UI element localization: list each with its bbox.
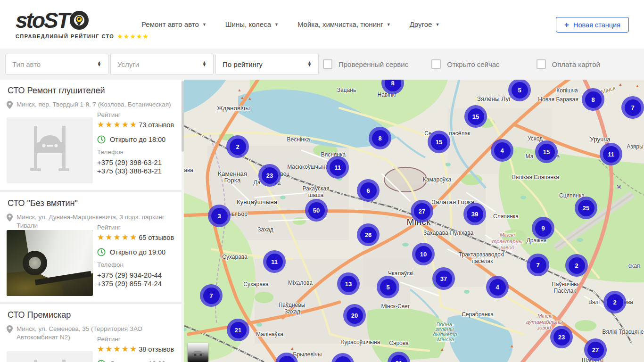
chevron-down-icon: ▼ xyxy=(387,22,391,27)
checkbox-icon[interactable] xyxy=(431,59,441,69)
map-cluster-marker[interactable]: 15 xyxy=(535,140,558,163)
phone-number[interactable]: +375 (29) 855-74-24 xyxy=(97,280,162,288)
map-cluster-marker[interactable]: 21 xyxy=(388,352,410,362)
chevron-down-icon: ▼ xyxy=(435,22,439,27)
car-lift-icon xyxy=(7,351,93,362)
map-cluster-marker[interactable]: 39 xyxy=(463,203,486,225)
map-cluster-marker[interactable]: 7 xyxy=(200,284,223,307)
services-select[interactable]: Услуги ▲▼ xyxy=(110,54,214,74)
map-cluster-marker[interactable]: 8 xyxy=(369,127,391,149)
listing-address: Минск, ул. Дунина-Марцинкевича, 3 подз. … xyxy=(7,213,173,230)
nav-item-tires[interactable]: Шины, колеса▼ xyxy=(225,20,279,28)
map-cluster-marker[interactable] xyxy=(275,353,298,362)
map-cluster-marker[interactable]: 11 xyxy=(600,143,622,165)
map-cluster-marker[interactable]: 21 xyxy=(227,319,249,341)
map-cluster-marker[interactable]: 5 xyxy=(377,276,399,298)
new-station-button[interactable]: + Новая станция xyxy=(556,17,629,33)
map-cluster-marker[interactable]: 6 xyxy=(357,179,380,202)
star-icons: ★★★★★ xyxy=(97,233,138,241)
logo-text-caps: ST xyxy=(44,9,69,31)
panel-scrollbar[interactable] xyxy=(182,80,184,362)
nav-item-other[interactable]: Другое▼ xyxy=(410,20,440,28)
map-cluster-marker[interactable]: 5 xyxy=(508,80,531,101)
map-cluster-marker[interactable]: 27 xyxy=(584,338,607,361)
map-cluster-marker[interactable]: 2 xyxy=(565,254,588,277)
phone-label: Телефон xyxy=(97,148,124,156)
vehicle-type-select[interactable]: Тип авто ▲▼ xyxy=(5,54,108,74)
map-cluster-marker[interactable]: 13 xyxy=(337,272,360,295)
listing-photo-placeholder[interactable] xyxy=(7,351,93,362)
map-cluster-marker[interactable]: 27 xyxy=(411,200,433,222)
map-cluster-marker[interactable]: 25 xyxy=(575,197,597,219)
listing-card[interactable]: СТО Премискар Минск, ул. Семенова, 35 (Т… xyxy=(0,304,184,362)
plus-icon: + xyxy=(564,21,569,29)
filter-bar: Тип авто ▲▼ Услуги ▲▼ По рейтингу ▲▼ Про… xyxy=(0,49,644,80)
card-payment-checkbox[interactable]: Оплата картой xyxy=(537,59,600,69)
phone-number[interactable]: +375 (29) 934-20-44 xyxy=(97,271,162,279)
chevron-down-icon: ▼ xyxy=(274,22,279,27)
clock-icon xyxy=(97,248,106,256)
checkbox-icon[interactable] xyxy=(323,59,332,69)
map-cluster-marker[interactable]: 10 xyxy=(412,243,435,265)
listing-photo[interactable] xyxy=(7,230,93,296)
map-cluster-marker[interactable]: 11 xyxy=(263,250,286,273)
map[interactable]: ЖдановічыЗацаньНавінкіВеснінкаРжавецВясн… xyxy=(184,80,644,362)
reviews-count[interactable]: 38 отзывов xyxy=(139,346,174,353)
phone-label: Телефон xyxy=(97,261,124,268)
nav-item-repair[interactable]: Ремонт авто авто▼ xyxy=(141,20,206,28)
checkbox-icon[interactable] xyxy=(537,59,546,69)
map-cluster-marker[interactable]: 11 xyxy=(326,156,349,179)
map-markers-layer: 8587158215415111123650327392592611107237… xyxy=(184,80,644,362)
map-cluster-marker[interactable]: 4 xyxy=(486,276,509,298)
map-cluster-marker[interactable]: 2 xyxy=(603,291,626,313)
map-cluster-marker[interactable]: 15 xyxy=(464,105,487,128)
map-cluster-marker[interactable]: 3 xyxy=(208,205,231,227)
listing-title[interactable]: СТО "Без вмятин" xyxy=(8,198,78,208)
map-cluster-marker[interactable]: 7 xyxy=(527,254,549,276)
map-cluster-marker[interactable]: 15 xyxy=(428,131,450,153)
listing-title[interactable]: СТО Премискар xyxy=(8,310,71,320)
rating-stars: ★★★★★ 38 отзывов xyxy=(97,345,174,353)
map-cluster-marker[interactable]: 50 xyxy=(305,199,328,222)
nav-item-wash[interactable]: Мойка, химчистка, тюнинг▼ xyxy=(297,20,391,28)
white-car-photo xyxy=(7,230,93,296)
verified-service-checkbox[interactable]: Проверенный сервис xyxy=(323,59,408,69)
streetview-car-control[interactable] xyxy=(188,343,208,362)
map-cluster-marker[interactable]: 8 xyxy=(582,88,604,111)
reviews-count[interactable]: 65 отзывов xyxy=(139,234,174,241)
open-hours: Открыто до 19:00 xyxy=(97,248,165,256)
select-arrows-icon: ▲▼ xyxy=(202,61,206,66)
sort-select[interactable]: По рейтингу ▲▼ xyxy=(215,54,319,74)
logo-tagline: СПРАВЕДЛИВЫЙ РЕЙТИНГ СТО xyxy=(16,33,114,39)
map-cluster-marker[interactable] xyxy=(331,353,354,362)
logo-o-pin-icon xyxy=(70,11,89,30)
listing-address: Минск, ул. Семенова, 35 (Территория ЗАО … xyxy=(7,325,169,342)
app-root: stoST СПРАВЕДЛИВЫЙ РЕЙТИНГ СТО ★★★★★ Рем… xyxy=(0,0,644,362)
listing-card[interactable]: СТО Ремонт глушителей Минск, пер. Тверды… xyxy=(0,80,184,192)
listing-title[interactable]: СТО Ремонт глушителей xyxy=(8,86,105,96)
listing-photo-placeholder[interactable] xyxy=(7,117,93,183)
content-row: СТО Ремонт глушителей Минск, пер. Тверды… xyxy=(0,80,644,362)
map-cluster-marker[interactable]: 23 xyxy=(550,326,573,348)
map-cluster-marker[interactable]: 2 xyxy=(226,135,249,158)
map-cluster-marker[interactable]: 4 xyxy=(491,139,513,162)
listing-card[interactable]: СТО "Без вмятин" Минск, ул. Дунина-Марци… xyxy=(0,192,184,304)
listing-address: Минск, пер. Твердый 1-й, 7 (Козлова, Бот… xyxy=(7,100,171,109)
rating-label: Рейтинг xyxy=(97,224,121,231)
phone-number[interactable]: +375 (33) 388-63-21 xyxy=(97,167,162,175)
map-cluster-marker[interactable]: 37 xyxy=(432,267,455,290)
logo-stars-icon: ★★★★★ xyxy=(117,33,149,40)
site-logo[interactable]: stoST СПРАВЕДЛИВЫЙ РЕЙТИНГ СТО ★★★★★ xyxy=(16,9,117,40)
phone-number[interactable]: +375 (29) 398-63-21 xyxy=(97,158,162,166)
reviews-count[interactable]: 73 отзывов xyxy=(139,121,174,129)
open-now-checkbox[interactable]: Открыто сейчас xyxy=(431,59,499,69)
star-icons: ★★★★★ xyxy=(97,345,138,353)
map-cluster-marker[interactable]: 9 xyxy=(532,217,554,239)
map-cluster-marker[interactable]: 23 xyxy=(258,164,281,187)
clock-icon xyxy=(97,360,106,362)
map-cluster-marker[interactable]: 8 xyxy=(381,80,404,94)
logo-text: sto xyxy=(16,9,44,31)
map-cluster-marker[interactable]: 20 xyxy=(343,304,366,327)
map-cluster-marker[interactable]: 7 xyxy=(621,96,644,119)
map-cluster-marker[interactable]: 26 xyxy=(357,223,380,246)
